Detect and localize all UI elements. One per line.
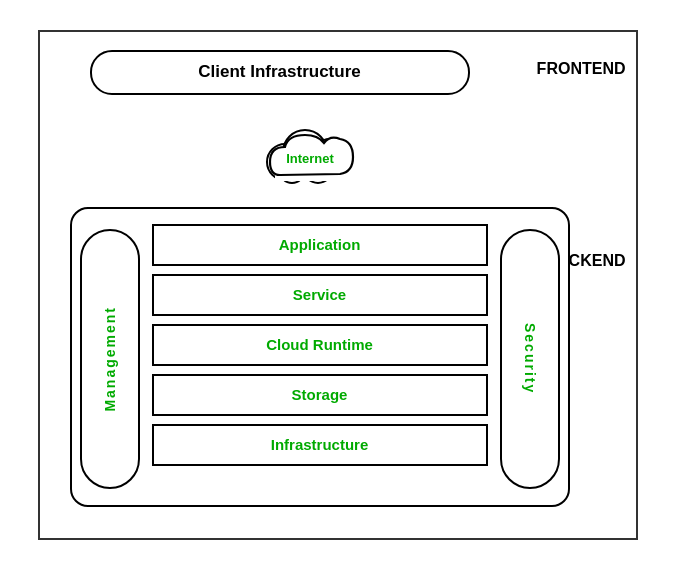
client-infrastructure-label: Client Infrastructure <box>198 62 360 82</box>
client-infrastructure-box: Client Infrastructure <box>90 50 470 95</box>
internet-cloud: Internet <box>250 117 370 192</box>
stack-box-label: Service <box>293 286 346 303</box>
stack-box-label: Infrastructure <box>271 436 369 453</box>
svg-text:Internet: Internet <box>286 151 334 166</box>
stack-box: Application <box>152 224 488 266</box>
frontend-label: FRONTEND <box>537 60 626 78</box>
stack-area: ApplicationServiceCloud RuntimeStorageIn… <box>152 224 488 466</box>
diagram-outer: FRONTEND Client Infrastructure Internet … <box>38 30 638 540</box>
stack-box: Storage <box>152 374 488 416</box>
stack-box: Cloud Runtime <box>152 324 488 366</box>
stack-box: Infrastructure <box>152 424 488 466</box>
stack-box: Service <box>152 274 488 316</box>
stack-box-label: Storage <box>292 386 348 403</box>
stack-box-label: Cloud Runtime <box>266 336 373 353</box>
security-label: Security <box>522 323 538 394</box>
security-cylinder: Security <box>500 229 560 489</box>
backend-container: Management Security ApplicationServiceCl… <box>70 207 570 507</box>
stack-box-label: Application <box>279 236 361 253</box>
management-cylinder: Management <box>80 229 140 489</box>
management-label: Management <box>102 306 118 412</box>
